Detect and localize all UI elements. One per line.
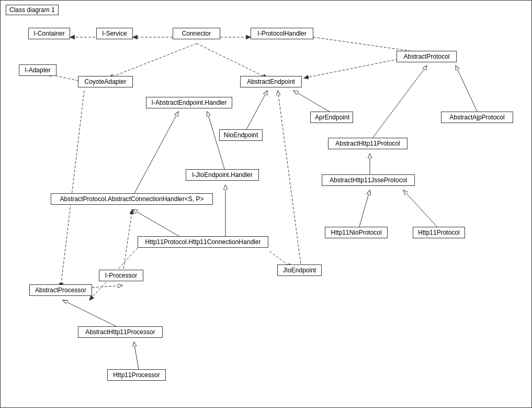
box-http11processor[interactable]: Http11Processor: [107, 369, 166, 381]
box-nioendpoint[interactable]: NioEndpoint: [219, 129, 263, 141]
box-abstractprotocol[interactable]: AbstractProtocol: [397, 51, 457, 62]
svg-line-14: [278, 91, 301, 268]
box-i-abstractendpoint-handler[interactable]: I-AbstractEndpoint.Handler: [146, 97, 232, 108]
svg-line-25: [109, 43, 197, 78]
svg-line-12: [245, 91, 267, 131]
box-coyoteadapter[interactable]: CoyoteAdapter: [78, 76, 133, 87]
box-i-container[interactable]: I-Container: [28, 28, 70, 39]
box-i-jioendpoint-handler[interactable]: I-JIoEndpoint.Handler: [186, 169, 259, 181]
svg-line-16: [132, 112, 178, 197]
box-jioendpoint[interactable]: JIoEndpoint: [277, 264, 322, 276]
box-abstractendpoint[interactable]: AbstractEndpoint: [240, 76, 302, 87]
svg-line-3: [197, 43, 267, 78]
box-i-adapter[interactable]: I-Adapter: [19, 64, 56, 76]
svg-line-10: [358, 190, 370, 230]
box-aprendpoint[interactable]: AprEndpoint: [310, 112, 353, 123]
svg-line-18: [133, 209, 184, 239]
box-i-processor[interactable]: I-Processor: [99, 270, 143, 281]
box-abstractajpprotocol[interactable]: AbstractAjpProtocol: [441, 112, 513, 123]
svg-line-15: [207, 112, 225, 172]
diagram-title: Class diagram 1: [6, 5, 59, 15]
svg-line-21: [63, 300, 122, 329]
box-http11nioprotocol[interactable]: Http11NioProtocol: [325, 227, 388, 238]
svg-line-24: [304, 59, 398, 78]
box-abstractprocessor[interactable]: AbstractProcessor: [29, 284, 92, 296]
class-diagram: Class diagram 1: [0, 0, 532, 408]
svg-line-6: [61, 91, 84, 288]
svg-line-7: [370, 65, 427, 141]
box-abstractprotocol-abstractconnectionhandler[interactable]: AbstractProtocol.AbstractConnectionHandl…: [51, 193, 213, 205]
svg-line-20: [92, 285, 122, 288]
box-http11protocol[interactable]: Http11Protocol: [413, 227, 465, 238]
svg-line-23: [123, 209, 132, 273]
box-connector[interactable]: Connector: [173, 28, 220, 39]
svg-line-11: [403, 190, 440, 230]
box-http11protocol-http11connectionhandler[interactable]: Http11Protocol.Http11ConnectionHandler: [138, 236, 268, 248]
svg-line-22: [134, 342, 139, 372]
box-abstracthttp11protocol[interactable]: AbstractHttp11Protocol: [328, 138, 408, 149]
box-i-service[interactable]: I-Service: [96, 28, 133, 39]
box-abstracthttp11processor[interactable]: AbstractHttp11Processor: [78, 326, 163, 338]
box-i-protocolhandler[interactable]: I-ProtocolHandler: [251, 28, 313, 39]
box-abstracthttp11jsseprotocol[interactable]: AbstractHttp11JsseProtocol: [322, 174, 415, 186]
svg-line-8: [456, 65, 479, 115]
